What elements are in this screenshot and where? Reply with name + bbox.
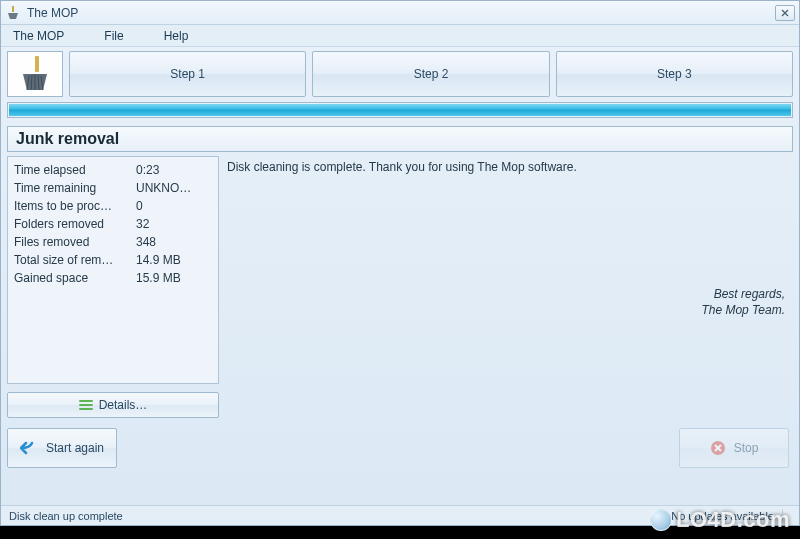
section-header: Junk removal bbox=[7, 126, 793, 152]
stat-row: Files removed348 bbox=[8, 233, 218, 251]
back-arrow-icon bbox=[20, 441, 38, 455]
details-button[interactable]: Details… bbox=[7, 392, 219, 418]
svg-rect-1 bbox=[35, 56, 39, 72]
stat-value: 0 bbox=[136, 198, 212, 214]
menu-file[interactable]: File bbox=[98, 27, 129, 45]
app-icon bbox=[5, 5, 21, 21]
menubar: The MOP File Help bbox=[1, 25, 799, 47]
completion-message: Disk cleaning is complete. Thank you for… bbox=[227, 160, 785, 174]
wizard-icon-box bbox=[7, 51, 63, 97]
stat-value: 348 bbox=[136, 234, 212, 250]
stat-label: Time remaining bbox=[14, 180, 136, 196]
details-button-label: Details… bbox=[99, 398, 148, 412]
globe-icon bbox=[650, 509, 672, 531]
app-window: The MOP The MOP File Help Step 1 Step 2 … bbox=[0, 0, 800, 526]
step-3-label: Step 3 bbox=[657, 67, 692, 81]
svg-rect-0 bbox=[12, 6, 14, 12]
stat-value: 15.9 MB bbox=[136, 270, 212, 286]
close-button[interactable] bbox=[775, 5, 795, 21]
stat-label: Items to be proc… bbox=[14, 198, 136, 214]
titlebar: The MOP bbox=[1, 1, 799, 25]
watermark-text: LO4D.com bbox=[676, 507, 790, 533]
signature-line-1: Best regards, bbox=[701, 286, 785, 302]
signature-line-2: The Mop Team. bbox=[701, 302, 785, 318]
step-2-button[interactable]: Step 2 bbox=[312, 51, 549, 97]
stat-row: Total size of rem…14.9 MB bbox=[8, 251, 218, 269]
steps-row: Step 1 Step 2 Step 3 bbox=[7, 51, 793, 97]
menu-the-mop[interactable]: The MOP bbox=[7, 27, 70, 45]
step-2-label: Step 2 bbox=[414, 67, 449, 81]
list-icon bbox=[79, 400, 93, 410]
stat-label: Total size of rem… bbox=[14, 252, 136, 268]
window-title: The MOP bbox=[27, 6, 78, 20]
step-1-button[interactable]: Step 1 bbox=[69, 51, 306, 97]
stat-row: Folders removed32 bbox=[8, 215, 218, 233]
stat-label: Folders removed bbox=[14, 216, 136, 232]
step-3-button[interactable]: Step 3 bbox=[556, 51, 793, 97]
stat-value: 0:23 bbox=[136, 162, 212, 178]
step-1-label: Step 1 bbox=[170, 67, 205, 81]
stop-icon bbox=[710, 440, 726, 456]
start-again-button[interactable]: Start again bbox=[7, 428, 117, 468]
stat-label: Time elapsed bbox=[14, 162, 136, 178]
stat-row: Gained space15.9 MB bbox=[8, 269, 218, 287]
stat-row: Time remainingUNKNO… bbox=[8, 179, 218, 197]
close-icon bbox=[781, 9, 789, 17]
signature: Best regards, The Mop Team. bbox=[701, 286, 785, 318]
message-panel: Disk cleaning is complete. Thank you for… bbox=[227, 156, 793, 384]
progress-bar-container bbox=[7, 102, 793, 118]
stat-value: 14.9 MB bbox=[136, 252, 212, 268]
stat-row: Time elapsed0:23 bbox=[8, 161, 218, 179]
stat-label: Files removed bbox=[14, 234, 136, 250]
stop-button: Stop bbox=[679, 428, 789, 468]
stats-panel: Time elapsed0:23 Time remainingUNKNO… It… bbox=[7, 156, 219, 384]
menu-help[interactable]: Help bbox=[158, 27, 195, 45]
stat-value: UNKNO… bbox=[136, 180, 212, 196]
stat-row: Items to be proc…0 bbox=[8, 197, 218, 215]
mop-icon bbox=[15, 54, 55, 94]
watermark: LO4D.com bbox=[650, 507, 790, 533]
start-again-label: Start again bbox=[46, 441, 104, 455]
stat-label: Gained space bbox=[14, 270, 136, 286]
stop-button-label: Stop bbox=[734, 441, 759, 455]
status-left: Disk clean up complete bbox=[9, 510, 123, 522]
stat-value: 32 bbox=[136, 216, 212, 232]
progress-bar-fill bbox=[9, 104, 791, 116]
